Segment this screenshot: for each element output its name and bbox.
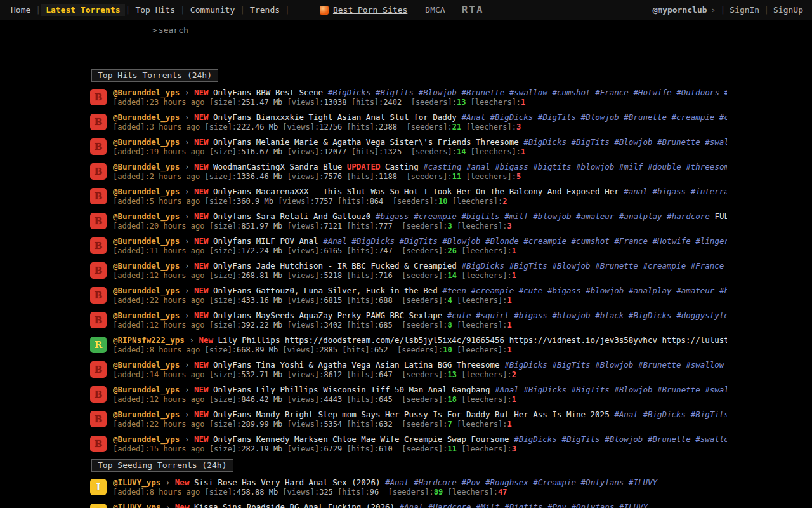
username-link[interactable]: @Burunddel_yps <box>113 187 180 196</box>
tag-link[interactable]: #cute <box>519 286 543 295</box>
torrent-title[interactable]: OnlyFans Lily Phillips Wisconsin Tiff 50… <box>213 385 490 394</box>
tag-link[interactable]: #Brunette <box>595 261 638 271</box>
username-link[interactable]: @Burunddel_yps <box>113 434 180 444</box>
tag-link[interactable]: #Anal <box>614 410 638 419</box>
username-link[interactable]: @Burunddel_yps <box>113 410 180 419</box>
tag-link[interactable]: #casting <box>423 162 461 171</box>
tag-link[interactable]: #Brunette <box>638 360 681 370</box>
tag-link[interactable]: #analplay <box>619 211 662 221</box>
tag-link[interactable]: #creampie <box>643 261 686 271</box>
torrent-title[interactable]: Lily Phillips https://doodstream.com/e/l… <box>218 335 727 345</box>
tag-link[interactable]: #bigass <box>514 311 547 320</box>
tag-link[interactable]: #milf <box>619 162 643 171</box>
user-avatar[interactable]: B <box>90 386 107 403</box>
tag-link[interactable]: #Anal <box>495 385 519 394</box>
tag-link[interactable]: #bigass <box>652 187 686 196</box>
tag-link[interactable]: #bigass <box>547 286 581 295</box>
tag-link[interactable]: #BigTits <box>572 385 610 394</box>
tag-link[interactable]: #Brunette <box>657 137 700 147</box>
tag-link[interactable]: #lingeri… <box>695 236 727 246</box>
username-link[interactable]: @ILUVY_yps <box>113 478 160 487</box>
tag-link[interactable]: #amateur <box>576 211 614 221</box>
tag-link[interactable]: #bigass <box>495 162 528 171</box>
username-link[interactable]: @Burunddel_yps <box>113 261 180 271</box>
tag-link[interactable]: #BigDicks <box>504 360 547 370</box>
tag-link[interactable]: #amateur <box>676 286 714 295</box>
username-link[interactable]: @Burunddel_yps <box>113 385 180 394</box>
tag-link[interactable]: #swallow <box>509 88 547 97</box>
torrent-title[interactable]: OnlyFans BBW Best Scene <box>213 88 323 97</box>
tag-link[interactable]: #Blowjob <box>605 434 643 444</box>
tag-link[interactable]: #bigtits <box>533 162 571 171</box>
user-avatar[interactable]: B <box>90 138 107 155</box>
tag-link[interactable]: #bigass <box>376 211 409 221</box>
tag-link[interactable]: #threesome… <box>686 162 727 171</box>
tag-link[interactable]: #Hardcore <box>414 478 457 487</box>
tag-link[interactable]: #ILUVY <box>619 502 648 508</box>
tag-link[interactable]: #Anal <box>461 112 485 122</box>
user-avatar[interactable]: B <box>90 287 107 304</box>
tag-link[interactable]: #blowjob <box>576 162 614 171</box>
tag-link[interactable]: #swallow <box>686 360 724 370</box>
username-link[interactable]: @Burunddel_yps <box>113 112 180 122</box>
tag-link[interactable]: #BigDicks <box>490 112 534 122</box>
torrent-title[interactable]: Sisi Rose Has Very Hard Anal Sex (2026) <box>194 478 381 487</box>
tag-link[interactable]: #swall… <box>705 385 727 394</box>
tag-link[interactable]: #hardcore <box>667 211 710 221</box>
nav-item-top-hits[interactable]: Top Hits <box>131 4 180 16</box>
tag-link[interactable]: #Milf <box>476 502 500 508</box>
user-avatar[interactable]: B <box>90 262 107 279</box>
tag-link[interactable]: #Blowjob <box>595 360 633 370</box>
tag-link[interactable]: #BigDicks <box>523 137 566 147</box>
tag-link[interactable]: #cumshot <box>552 88 590 97</box>
search-input[interactable] <box>157 25 660 35</box>
username-link[interactable]: @Burunddel_yps <box>113 88 180 97</box>
tag-link[interactable]: #milf <box>504 211 528 221</box>
tag-link[interactable]: #Onlyfans <box>572 502 615 508</box>
tag-link[interactable]: #Blowjob <box>419 88 457 97</box>
torrent-title[interactable]: WoodmanCastingX Sandra Blue UPDATED Cast… <box>213 162 419 171</box>
tag-link[interactable]: #creampie <box>523 236 566 246</box>
tag-link[interactable]: #BigTits <box>571 137 609 147</box>
user-avatar[interactable]: B <box>90 213 107 229</box>
nav-item-community[interactable]: Community <box>186 4 239 16</box>
signin-link[interactable]: SignIn <box>727 5 762 15</box>
tag-link[interactable]: #BigTits <box>561 434 599 444</box>
tag-link[interactable]: #squirt <box>476 311 509 320</box>
torrent-title[interactable]: OnlyFans Melanie Marie & Agatha Vega Sis… <box>213 137 519 147</box>
user-avatar[interactable]: B <box>90 312 107 328</box>
tag-link[interactable]: #BigDicks <box>643 410 686 419</box>
user-avatar[interactable]: I <box>90 479 107 495</box>
torrent-title[interactable]: Onlyfans MILF POV Anal <box>213 236 318 246</box>
torrent-title[interactable]: Kissa Sins Roadside BG Anal Fucking (202… <box>194 502 395 508</box>
nav-item-trends[interactable]: Trends <box>246 4 284 16</box>
username-link[interactable]: @Burunddel_yps <box>113 236 180 246</box>
nav-item-latest-torrents[interactable]: Latest Torrents <box>41 4 124 16</box>
tag-link[interactable]: #cu… <box>719 112 727 122</box>
tag-link[interactable]: #France <box>691 261 724 271</box>
user-avatar[interactable]: I <box>90 504 107 508</box>
user-avatar[interactable]: B <box>90 114 107 130</box>
dmca-link[interactable]: DMCA <box>425 5 445 15</box>
signup-link[interactable]: SignUp <box>771 5 806 15</box>
torrent-title[interactable]: OnlyFans Kennedy Marksen Chloe Mae Wife … <box>213 434 509 444</box>
tag-link[interactable]: #cute <box>447 311 471 320</box>
tag-link[interactable]: #BigDicks <box>328 88 371 97</box>
user-avatar[interactable]: B <box>90 436 107 452</box>
tag-link[interactable]: #BigTits <box>376 88 414 97</box>
tag-link[interactable]: #Blowjob <box>581 112 619 122</box>
tag-link[interactable]: #creampie <box>414 211 457 221</box>
tag-link[interactable]: #BigTits <box>400 236 438 246</box>
nav-item-home[interactable]: Home <box>6 4 35 16</box>
tag-link[interactable]: #Roughsex <box>485 478 528 487</box>
tag-link[interactable]: #bigtits <box>461 211 499 221</box>
tag-link[interactable]: #double <box>648 162 681 171</box>
tag-link[interactable]: #France <box>595 88 629 97</box>
torrent-title[interactable]: OnlyFans Jade Hutchison - IR BBC Fucked … <box>213 261 457 271</box>
tag-link[interactable]: #analplay <box>629 286 672 295</box>
torrent-title[interactable]: OnlyFans MacarenaXXX - This Slut Was So … <box>213 187 619 196</box>
account-link[interactable]: @mypornclub <box>652 5 707 15</box>
tag-link[interactable]: #BigDicks <box>523 385 566 394</box>
username-link[interactable]: @Burunddel_yps <box>113 137 180 147</box>
username-link[interactable]: @RIPNsfw222_yps <box>113 335 185 345</box>
